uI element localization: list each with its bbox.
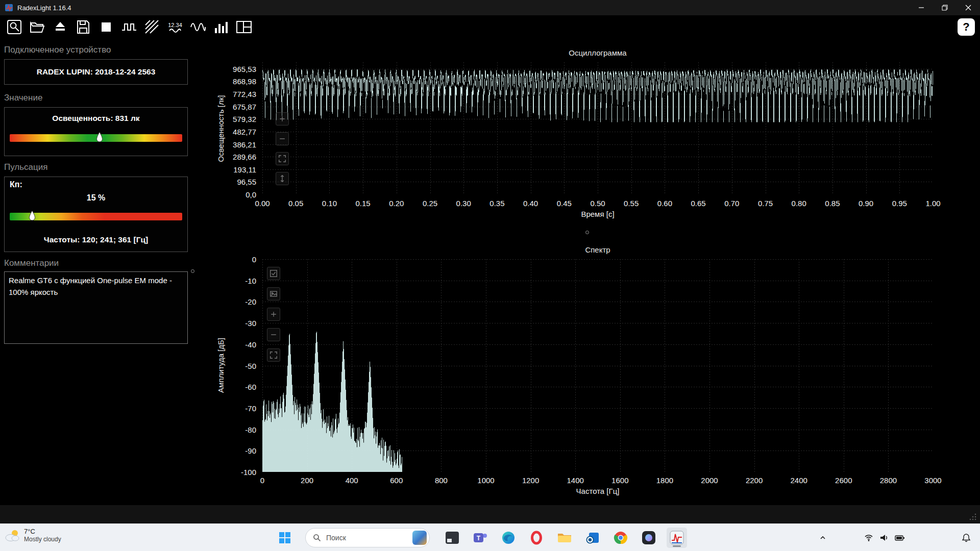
multi-wave-icon	[143, 18, 161, 36]
save-button[interactable]	[73, 17, 93, 38]
notifications-button[interactable]	[958, 528, 975, 548]
axis-tick: 0.95	[892, 199, 907, 208]
taskbar-app-teams[interactable]: T	[470, 528, 491, 548]
spectrum-plot[interactable]	[262, 259, 933, 472]
desktop: RadexLight 1.16.4	[0, 0, 980, 551]
axis-tick: -30	[245, 319, 256, 328]
taskbar-app-opera[interactable]	[526, 528, 547, 548]
osc-fit-view-button[interactable]	[276, 152, 289, 165]
taskbar-app-copilot[interactable]	[639, 528, 659, 548]
axis-tick: 675,87	[233, 102, 256, 111]
edge-icon	[501, 530, 516, 545]
taskbar-app-radexlight[interactable]	[667, 528, 687, 548]
weather-desc: Mostly cloudy	[24, 536, 61, 543]
axis-tick: 0.05	[288, 199, 303, 208]
window-title: RadexLight 1.16.4	[17, 4, 71, 12]
axis-tick: 400	[346, 476, 358, 485]
axis-tick: 0	[252, 255, 256, 264]
taskbar-app-file-explorer[interactable]	[554, 528, 575, 548]
axis-tick: 0.50	[590, 199, 605, 208]
floppy-save-icon	[75, 18, 92, 36]
axis-tick: 2200	[746, 476, 763, 485]
multi-graph-button[interactable]	[142, 17, 162, 38]
comments-panel: Realme GT6 с функцией One-pulse EM mode …	[4, 271, 188, 344]
taskbar-app-dark-window[interactable]	[442, 528, 462, 548]
status-strip	[0, 505, 980, 523]
dark-window-icon	[445, 530, 460, 545]
spec-zoom-out-button[interactable]	[267, 328, 280, 341]
fit-height-icon	[278, 174, 287, 183]
illuminance-panel: Освещенность: 831 лк	[4, 107, 188, 156]
restore-icon	[942, 5, 948, 11]
oscillogram-view-button[interactable]	[188, 17, 208, 38]
weather-temp: 7°C	[24, 528, 61, 536]
illuminance-scale-bar	[10, 134, 182, 142]
axis-tick: 0.10	[322, 199, 337, 208]
taskbar-app-edge[interactable]	[498, 528, 519, 548]
kp-scale-bar	[10, 213, 182, 220]
axis-tick: 1.00	[925, 199, 940, 208]
osc-fit-height-button[interactable]	[276, 172, 289, 185]
spec-zoom-in-button[interactable]	[267, 308, 280, 321]
toolbar: 12.34 ?	[0, 15, 980, 40]
axis-tick: -20	[245, 297, 256, 306]
kp-marker	[29, 211, 35, 223]
eject-icon	[52, 18, 69, 36]
oscillogram-y-ticks: 965,53868,98772,43675,87579,32482,77386,…	[208, 62, 258, 194]
axis-tick: 0.90	[859, 199, 873, 208]
axis-tick: 0.40	[523, 199, 538, 208]
comments-input[interactable]: Realme GT6 с функцией One-pulse EM mode …	[5, 272, 187, 343]
spec-fit-view-button[interactable]	[267, 348, 280, 362]
svg-text:T: T	[477, 535, 481, 542]
charts-splitter-handle[interactable]	[585, 231, 589, 234]
axis-tick: 2000	[701, 476, 718, 485]
tray-chevron-button[interactable]	[815, 528, 831, 548]
osc-zoom-in-button[interactable]	[276, 112, 289, 126]
magnifier-icon	[6, 18, 23, 36]
axis-tick: -70	[245, 404, 256, 412]
search-box[interactable]: Поиск	[305, 528, 430, 547]
axis-tick: -80	[245, 425, 256, 434]
spec-auto-scale-button[interactable]	[267, 267, 280, 280]
axis-tick: 0.55	[624, 199, 639, 208]
illuminance-marker	[96, 132, 103, 145]
pulsation-view-button[interactable]	[119, 17, 139, 38]
volume-button[interactable]	[877, 528, 891, 548]
wifi-button[interactable]	[862, 528, 876, 548]
search-highlight-image	[412, 531, 427, 545]
restore-button[interactable]	[933, 0, 957, 15]
search-icon	[313, 534, 321, 542]
help-button[interactable]: ?	[958, 18, 975, 36]
start-button[interactable]	[275, 528, 295, 548]
pulsation-section-title: Пульсация	[4, 162, 48, 172]
minimize-button[interactable]	[910, 0, 933, 15]
axis-tick: 0.45	[557, 199, 572, 208]
numeric-view-button[interactable]: 12.34	[165, 17, 185, 38]
device-search-button[interactable]	[4, 17, 24, 38]
stop-button[interactable]	[96, 17, 116, 38]
weather-widget[interactable]: 7°C Mostly cloudy	[4, 528, 61, 543]
taskbar-app-chrome[interactable]	[610, 528, 631, 548]
close-button[interactable]	[957, 0, 980, 15]
expand-arrows-icon	[269, 350, 278, 360]
axis-tick: 579,32	[233, 115, 256, 123]
open-file-button[interactable]	[27, 17, 47, 38]
outlook-icon	[585, 530, 600, 545]
sidebar-splitter-handle[interactable]	[191, 269, 194, 273]
resize-grip-icon[interactable]	[969, 513, 977, 521]
window-controls	[910, 0, 980, 15]
eject-device-button[interactable]	[50, 17, 70, 38]
battery-icon	[895, 534, 905, 542]
taskbar-app-outlook[interactable]	[582, 528, 603, 548]
axis-tick: 289,66	[233, 153, 256, 161]
osc-zoom-out-button[interactable]	[276, 132, 289, 145]
axis-tick: 1600	[611, 476, 628, 485]
expand-arrows-icon	[278, 154, 287, 163]
layout-view-button[interactable]	[234, 17, 254, 38]
minimize-icon	[918, 5, 924, 11]
axis-tick: 0.30	[456, 199, 471, 208]
spec-snapshot-button[interactable]	[267, 287, 280, 300]
battery-button[interactable]	[892, 528, 908, 548]
spectrum-view-button[interactable]	[211, 17, 231, 38]
oscillogram-plot[interactable]	[262, 62, 933, 194]
